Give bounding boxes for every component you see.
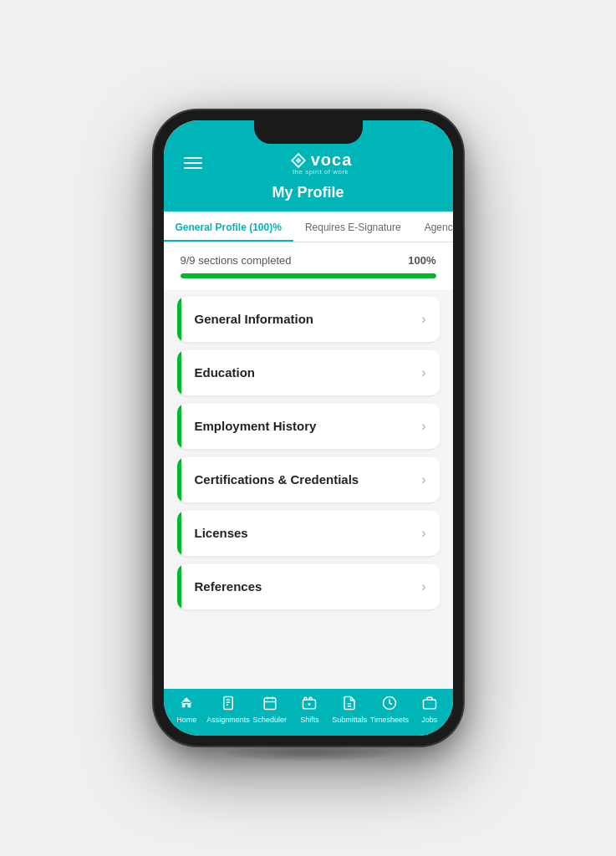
timesheets-icon [382,696,397,713]
voca-logo-icon [289,151,308,170]
chevron-right-icon: › [408,564,439,609]
progress-percent: 100% [408,254,435,267]
tab-e-signature[interactable]: Requires E-Signature [293,211,413,242]
phone-notch [254,120,363,144]
chevron-right-icon: › [408,297,439,342]
hamburger-menu-button[interactable] [181,154,206,172]
nav-item-shifts[interactable]: Shifts [290,696,330,724]
tab-agency-docs[interactable]: Agency Do... [413,211,453,242]
phone-frame: voca the spirit of work My Profile Gener… [154,110,463,746]
chevron-right-icon: › [408,457,439,502]
bottom-navigation: Home Assignments Scheduler Shifts [164,689,453,736]
section-item-licenses[interactable]: Licenses › [177,511,440,556]
logo-text: voca [311,150,353,170]
section-item-references[interactable]: References › [177,564,440,609]
nav-label-submittals: Submittals [332,716,367,724]
home-icon [179,696,194,713]
logo-tagline: the spirit of work [293,168,349,176]
nav-label-shifts: Shifts [300,716,319,724]
section-label: Education [195,365,256,380]
phone-screen: voca the spirit of work My Profile Gener… [164,120,453,736]
progress-label: 9/9 sections completed [181,254,292,267]
section-item-education[interactable]: Education › [177,350,440,395]
section-item-general-information[interactable]: General Information › [177,297,440,342]
section-label: General Information [195,312,314,326]
progress-section: 9/9 sections completed 100% [164,242,453,290]
nav-label-scheduler: Scheduler [252,716,287,724]
submittals-icon [342,696,357,713]
logo-container: voca the spirit of work [206,150,436,176]
section-label: Employment History [195,419,317,433]
nav-item-home[interactable]: Home [167,696,207,724]
svg-rect-17 [423,700,435,709]
nav-item-timesheets[interactable]: Timesheets [369,696,410,724]
progress-bar-fill [181,273,436,278]
section-item-certifications-credentials[interactable]: Certifications & Credentials › [177,457,440,502]
svg-rect-7 [264,698,276,710]
section-label: Certifications & Credentials [195,472,359,487]
section-item-employment-history[interactable]: Employment History › [177,404,440,449]
chevron-right-icon: › [408,404,439,449]
nav-item-assignments[interactable]: Assignments [206,696,250,724]
assignments-icon [221,696,236,713]
nav-item-jobs[interactable]: Jobs [410,696,450,724]
nav-item-scheduler[interactable]: Scheduler [250,696,290,724]
nav-item-submittals[interactable]: Submittals [329,696,369,724]
tab-general-profile[interactable]: General Profile (100)% [164,211,293,242]
scheduler-icon [262,696,277,713]
nav-label-home: Home [176,716,196,724]
section-label: Licenses [195,526,248,540]
jobs-icon [422,696,437,713]
shifts-icon [302,696,317,713]
chevron-right-icon: › [408,350,439,395]
nav-label-timesheets: Timesheets [370,716,409,724]
chevron-right-icon: › [408,511,439,556]
nav-label-assignments: Assignments [206,716,250,724]
page-title: My Profile [181,184,436,201]
progress-bar-background [181,273,436,278]
section-label: References [195,579,262,594]
sections-list: General Information › Education › Employ… [164,290,453,689]
tabs-bar: General Profile (100)% Requires E-Signat… [164,211,453,242]
nav-label-jobs: Jobs [421,716,437,724]
